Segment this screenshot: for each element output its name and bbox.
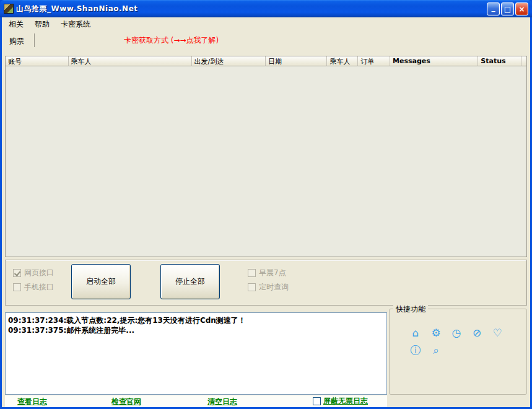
block-no-ticket-checkbox[interactable]: 屏蔽无票日志 [313,396,368,407]
menu-item-card-system[interactable]: 卡密系统 [55,17,96,32]
tab-divider [34,33,35,47]
table-body-empty [6,66,526,257]
stop-all-button[interactable]: 停止全部 [160,264,220,299]
clear-log-link[interactable]: 清空日志 [207,397,237,407]
titlebar: 山鸟抢票_Www.ShanNiao.Net _ □ × [0,0,532,17]
quick-functions-title: 快捷功能 [393,304,428,315]
block-icon[interactable]: ⊘ [471,327,483,339]
gear-icon[interactable]: ⚙ [430,327,442,339]
quick-icon-row-2: ⓘ ⌕ [409,344,442,356]
window-controls: _ □ × [487,2,528,15]
tab-buy-ticket[interactable]: 购票 [6,33,32,49]
web-api-label: 网页接口 [24,268,54,278]
log-line: 09:31:37:375:邮件系统注册完毕... [8,325,384,335]
timer-query-checkbox-box [248,283,256,291]
block-no-ticket-label: 屏蔽无票日志 [323,396,368,407]
morning7-checkbox-box [248,269,256,277]
minimize-button[interactable]: _ [487,2,500,15]
column-header-filler [521,56,526,66]
column-header-status[interactable]: Status [478,56,521,66]
table-header: 账号 乘车人 出发/到达 日期 乘车人 订单 Messages Status [6,56,526,66]
check-site-link[interactable]: 检查官网 [111,397,141,407]
column-header-messages[interactable]: Messages [390,56,478,66]
morning7-label: 早晨7点 [259,268,286,278]
menubar: 相关 帮助 卡密系统 [2,17,530,31]
web-api-checkbox-box [13,269,21,277]
column-header-route[interactable]: 出发/到达 [192,56,266,66]
block-no-ticket-checkbox-box[interactable] [313,397,321,405]
column-header-account[interactable]: 账号 [6,56,69,66]
close-icon: × [518,6,525,13]
info-icon[interactable]: ⓘ [409,344,422,356]
footer-bar: 查看日志 检查官网 清空日志 屏蔽无票日志 [5,395,387,407]
web-api-checkbox: 网页接口 [13,268,54,278]
mobile-api-label: 手机接口 [24,282,54,292]
quick-icon-row-1: ⌂ ⚙ ◷ ⊘ ♡ [409,327,504,339]
log-output[interactable]: 09:31:37:234:载入节点数:22,提示:您有13天没有进行Cdn测速了… [5,312,387,395]
start-all-button[interactable]: 启动全部 [71,264,131,299]
client-area: 相关 帮助 卡密系统 购票 卡密获取方式 (→→点我了解) 账号 乘车人 出发/… [2,17,530,407]
ticket-table: 账号 乘车人 出发/到达 日期 乘车人 订单 Messages Status [5,56,527,257]
quick-functions-group: 快捷功能 ⌂ ⚙ ◷ ⊘ ♡ ⓘ ⌕ [389,309,527,395]
maximize-button[interactable]: □ [501,2,514,15]
minimize-icon: _ [492,4,495,11]
card-key-promo-link[interactable]: 卡密获取方式 (→→点我了解) [124,35,219,46]
close-button[interactable]: × [515,2,528,15]
mobile-api-checkbox-box [13,283,21,291]
column-header-date[interactable]: 日期 [266,56,328,66]
menu-item-related[interactable]: 相关 [3,17,29,32]
app-icon [4,4,14,14]
timer-query-label: 定时查询 [259,282,289,292]
column-header-passenger[interactable]: 乘车人 [69,56,192,66]
home-icon[interactable]: ⌂ [409,327,422,339]
heart-icon[interactable]: ♡ [491,327,504,339]
view-log-link[interactable]: 查看日志 [17,397,47,407]
morning7-checkbox: 早晨7点 [248,268,286,278]
mobile-api-checkbox: 手机接口 [13,282,54,292]
maximize-icon: □ [504,6,511,13]
window-title: 山鸟抢票_Www.ShanNiao.Net [16,4,138,14]
menu-item-help[interactable]: 帮助 [29,17,55,32]
column-header-passenger2[interactable]: 乘车人 [327,56,358,66]
column-header-order[interactable]: 订单 [358,56,390,66]
log-line: 09:31:37:234:载入节点数:22,提示:您有13天没有进行Cdn测速了… [8,315,384,325]
app-window: 山鸟抢票_Www.ShanNiao.Net _ □ × 相关 帮助 卡密系统 购… [0,0,532,409]
timer-query-checkbox: 定时查询 [248,282,289,292]
search-icon[interactable]: ⌕ [430,344,442,356]
control-panel: 网页接口 手机接口 启动全部 停止全部 早晨7点 定时查询 [5,260,527,306]
clock-icon[interactable]: ◷ [450,327,463,339]
